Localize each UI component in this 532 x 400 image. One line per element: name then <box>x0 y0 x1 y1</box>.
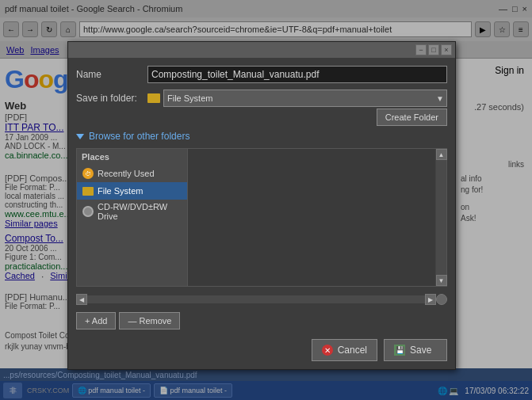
dialog-body: Name Save in folder: File System ▼ Creat… <box>68 58 455 369</box>
places-recent-label: Recently Used <box>98 169 155 178</box>
folder-icon <box>147 93 160 103</box>
save-in-label: Save in folder: <box>76 93 147 104</box>
name-row: Name <box>76 66 447 83</box>
horizontal-scrollbar-row: ◀ ▶ <box>76 293 447 306</box>
places-item-filesystem[interactable]: File System <box>77 182 187 200</box>
recent-icon: ⏱ <box>82 167 94 180</box>
places-item-recent[interactable]: ⏱ Recently Used <box>77 165 187 182</box>
remove-button[interactable]: — Remove <box>119 312 180 330</box>
cdrom-icon <box>82 205 94 218</box>
triangle-down-icon <box>76 134 84 139</box>
add-button[interactable]: + Add <box>76 312 116 330</box>
file-browser: Places ⏱ Recently Used File System <box>76 148 447 287</box>
vertical-scrollbar[interactable]: ▲ ▼ <box>435 149 446 286</box>
save-button[interactable]: 💾 Save <box>384 339 447 361</box>
scroll-down-btn[interactable]: ▼ <box>436 275 447 286</box>
scroll-track-h <box>87 295 425 303</box>
dialog-close-btn[interactable]: × <box>441 44 452 55</box>
files-panel <box>188 149 435 286</box>
save-dialog: − □ × Name Save in folder: File System ▼… <box>67 41 456 370</box>
action-row: ✕ Cancel 💾 Save <box>76 336 447 361</box>
browse-toggle[interactable]: Browse for other folders <box>76 131 447 142</box>
create-folder-button[interactable]: Create Folder <box>377 109 447 126</box>
save-folder-select[interactable]: File System <box>163 90 447 107</box>
places-cdrom-label: CD-RW/DVD±RW Drive <box>98 202 182 221</box>
scroll-track-v <box>436 160 446 275</box>
scroll-right-btn[interactable]: ▶ <box>425 294 436 305</box>
scroll-left-btn[interactable]: ◀ <box>76 294 87 305</box>
save-icon: 💾 <box>394 345 405 356</box>
dialog-titlebar: − □ × <box>68 42 455 58</box>
name-label: Name <box>76 69 147 80</box>
scroll-thumb-circle[interactable] <box>436 294 447 305</box>
places-filesystem-label: File System <box>98 186 143 196</box>
browse-label: Browse for other folders <box>89 131 189 142</box>
save-folder-wrapper: File System ▼ <box>147 90 447 107</box>
save-label: Save <box>410 345 431 356</box>
cancel-label: Cancel <box>338 345 367 356</box>
cancel-icon: ✕ <box>322 345 333 356</box>
cancel-button[interactable]: ✕ Cancel <box>312 339 377 361</box>
filename-input[interactable] <box>147 66 447 83</box>
places-item-cdrom[interactable]: CD-RW/DVD±RW Drive <box>77 200 187 223</box>
dialog-maximize-btn[interactable]: □ <box>428 44 439 55</box>
filesystem-icon <box>82 185 94 197</box>
dialog-minimize-btn[interactable]: − <box>415 44 427 55</box>
add-remove-row: + Add — Remove <box>76 312 447 330</box>
places-header: Places <box>77 149 187 165</box>
scroll-up-btn[interactable]: ▲ <box>436 149 447 160</box>
places-panel: Places ⏱ Recently Used File System <box>77 149 188 286</box>
save-in-row: Save in folder: File System ▼ <box>76 90 447 107</box>
